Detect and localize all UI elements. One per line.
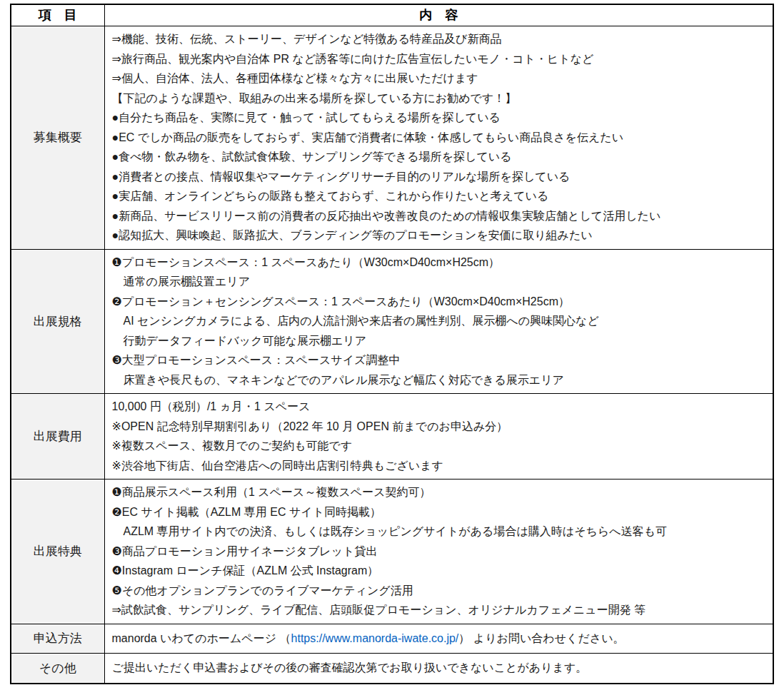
content-line: ⇒機能、技術、伝統、ストーリー、デザインなど特徴ある特産品及び新商品 xyxy=(112,29,766,49)
row-label-fees: 出展費用 xyxy=(11,394,104,480)
content-line: 通常の展示棚設置エリア xyxy=(112,272,766,292)
content-line: ❹Instagram ローンチ保証（AZLM 公式 Instagram） xyxy=(112,561,766,581)
table-row-specs: 出展規格 ❶プロモーションスペース：1 スペースあたり（W30cm×D40cm×… xyxy=(11,249,773,394)
row-label-benefits: 出展特典 xyxy=(11,480,104,624)
content-line: ❸商品プロモーション用サイネージタブレット貸出 xyxy=(112,542,766,562)
content-line: ●食べ物・飲み物を、試飲試食体験、サンプリング等できる場所を探している xyxy=(112,147,766,167)
exhibitor-recruitment-table: 項 目 内 容 募集概要 ⇒機能、技術、伝統、ストーリー、デザインなど特徴ある特… xyxy=(10,4,774,684)
content-line: ❸大型プロモーションスペース：スペースサイズ調整中 xyxy=(112,350,766,370)
row-label-specs: 出展規格 xyxy=(11,249,104,394)
content-line: ●実店舗、オンラインどちらの販路も整えておらず、これから作りたいと考えている xyxy=(112,186,766,206)
content-line: ●EC でしか商品の販売をしておらず、実店舗で消費者に体験・体感してもらい商品良… xyxy=(112,128,766,148)
header-cell-content: 内 容 xyxy=(104,4,773,26)
content-line: ❺その他オプションプランでのライブマーケティング活用 xyxy=(112,581,766,601)
content-line: ※OPEN 記念特別早期割引あり（2022 年 10 月 OPEN 前までのお申… xyxy=(112,417,766,437)
table-row-overview: 募集概要 ⇒機能、技術、伝統、ストーリー、デザインなど特徴ある特産品及び新商品 … xyxy=(11,26,773,250)
content-line: AI センシングカメラによる、店内の人流計測や来店者の属性判別、展示棚への興味関… xyxy=(112,311,766,331)
application-text-before: manorda いわてのホームページ （ xyxy=(112,632,291,644)
content-line: AZLM 専用サイト内での決済、もしくは既存ショッピングサイトがある場合は購入時… xyxy=(112,522,766,542)
content-line: ❶プロモーションスペース：1 スペースあたり（W30cm×D40cm×H25cm… xyxy=(112,253,766,273)
row-content-fees: 10,000 円（税別）/1 ヵ月・1 スペース ※OPEN 記念特別早期割引あ… xyxy=(104,394,773,480)
row-content-specs: ❶プロモーションスペース：1 スペースあたり（W30cm×D40cm×H25cm… xyxy=(104,249,773,394)
table-row-other: その他 ご提出いただく申込書およびその後の審査確認次第でお取り扱いできないことが… xyxy=(11,654,773,684)
content-line: ●自分たち商品を、実際に見て・触って・試してもらえる場所を探している xyxy=(112,108,766,128)
application-text-after: ） よりお問い合わせください。 xyxy=(458,632,624,644)
content-line: ⇒個人、自治体、法人、各種団体様など様々な方々に出展いただけます xyxy=(112,69,766,88)
row-label-application: 申込方法 xyxy=(11,624,104,654)
row-content-application: manorda いわてのホームページ （https://www.manorda-… xyxy=(104,624,773,654)
content-line: ●認知拡大、興味喚起、販路拡大、ブランディング等のプロモーションを安価に取り組み… xyxy=(112,225,766,245)
content-line: ⇒試飲試食、サンプリング、ライブ配信、店頭販促プロモーション、オリジナルカフェメ… xyxy=(112,600,766,620)
row-label-other: その他 xyxy=(11,654,104,684)
content-line: ⇒旅行商品、観光案内や自治体 PR など誘客等に向けた広告宣伝したいモノ・コト・… xyxy=(112,49,766,69)
header-row: 項 目 内 容 xyxy=(11,4,773,26)
content-line: 10,000 円（税別）/1 ヵ月・1 スペース xyxy=(112,397,766,417)
row-content-overview: ⇒機能、技術、伝統、ストーリー、デザインなど特徴ある特産品及び新商品 ⇒旅行商品… xyxy=(104,26,773,250)
content-line: manorda いわてのホームページ （https://www.manorda-… xyxy=(112,629,766,649)
document-page: 項 目 内 容 募集概要 ⇒機能、技術、伝統、ストーリー、デザインなど特徴ある特… xyxy=(0,0,784,690)
manorda-website-link[interactable]: https://www.manorda-iwate.co.jp/ xyxy=(291,632,459,644)
content-line: ❷EC サイト掲載（AZLM 専用 EC サイト同時掲載） xyxy=(112,502,766,522)
content-line: ●消費者との接点、情報収集やマーケティングリサーチ目的のリアルな場所を探している xyxy=(112,167,766,187)
content-line: ●新商品、サービスリリース前の消費者の反応抽出や改善改良のための情報収集実験店舗… xyxy=(112,206,766,226)
row-content-other: ご提出いただく申込書およびその後の審査確認次第でお取り扱いできないことがあります… xyxy=(104,654,773,684)
content-line: ※複数スペース、複数月でのご契約も可能です xyxy=(112,436,766,456)
table-row-benefits: 出展特典 ❶商品展示スペース利用（1 スペース～複数スペース契約可） ❷EC サ… xyxy=(11,480,773,624)
content-line: ❷プロモーション＋センシングスペース：1 スペースあたり（W30cm×D40cm… xyxy=(112,292,766,312)
content-line: 行動データフィードバック可能な展示棚エリア xyxy=(112,331,766,351)
table-row-fees: 出展費用 10,000 円（税別）/1 ヵ月・1 スペース ※OPEN 記念特別… xyxy=(11,394,773,480)
row-label-overview: 募集概要 xyxy=(11,26,104,250)
content-line: ※渋谷地下街店、仙台空港店への同時出店割引特典もございます xyxy=(112,456,766,476)
content-line: 床置きや長尺もの、マネキンなどでのアパレル展示など幅広く対応できる展示エリア xyxy=(112,370,766,390)
content-line: 【下記のような課題や、取組みの出来る場所を探している方にお勧めです！】 xyxy=(112,88,766,108)
header-cell-item: 項 目 xyxy=(11,4,104,26)
row-content-benefits: ❶商品展示スペース利用（1 スペース～複数スペース契約可） ❷EC サイト掲載（… xyxy=(104,480,773,624)
content-line: ❶商品展示スペース利用（1 スペース～複数スペース契約可） xyxy=(112,482,766,502)
content-line: ご提出いただく申込書およびその後の審査確認次第でお取り扱いできないことがあります… xyxy=(112,658,766,678)
table-row-application: 申込方法 manorda いわてのホームページ （https://www.man… xyxy=(11,624,773,654)
